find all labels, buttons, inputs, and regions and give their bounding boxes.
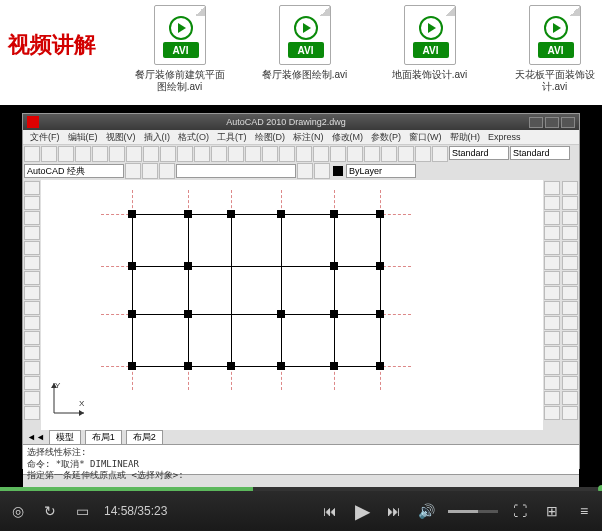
tool-button[interactable] <box>544 316 560 330</box>
tool-button[interactable] <box>544 271 560 285</box>
menu-modify[interactable]: 修改(M) <box>329 131 367 144</box>
tool-button[interactable] <box>562 271 578 285</box>
toolbar-button[interactable] <box>92 146 108 162</box>
tool-button[interactable] <box>562 391 578 405</box>
fullscreen-button[interactable]: ⛶ <box>510 501 530 521</box>
menu-insert[interactable]: 插入(I) <box>141 131 174 144</box>
menu-edit[interactable]: 编辑(E) <box>65 131 101 144</box>
toolbar-button[interactable] <box>313 146 329 162</box>
tool-button[interactable] <box>24 271 40 285</box>
close-button[interactable] <box>561 117 575 128</box>
menu-format[interactable]: 格式(O) <box>175 131 212 144</box>
tool-button[interactable] <box>544 406 560 420</box>
tool-button[interactable] <box>562 226 578 240</box>
tool-button[interactable] <box>24 211 40 225</box>
workspace-dropdown[interactable] <box>24 164 124 178</box>
volume-icon[interactable]: 🔊 <box>416 501 436 521</box>
prev-button[interactable]: ⏮ <box>320 501 340 521</box>
stop-button[interactable]: ◎ <box>8 501 28 521</box>
layer-dropdown[interactable] <box>176 164 296 178</box>
color-dropdown[interactable] <box>346 164 416 178</box>
tool-button[interactable] <box>544 376 560 390</box>
tool-button[interactable] <box>544 346 560 360</box>
tool-button[interactable] <box>544 196 560 210</box>
tool-button[interactable] <box>562 376 578 390</box>
tool-button[interactable] <box>24 406 40 420</box>
menu-param[interactable]: 参数(P) <box>368 131 404 144</box>
tool-button[interactable] <box>562 361 578 375</box>
tool-button[interactable] <box>24 361 40 375</box>
tool-button[interactable] <box>24 316 40 330</box>
tab-layout2[interactable]: 布局2 <box>126 430 163 445</box>
toolbar-button[interactable] <box>159 163 175 179</box>
tool-button[interactable] <box>544 391 560 405</box>
menu-express[interactable]: Express <box>485 132 524 142</box>
tool-button[interactable] <box>24 226 40 240</box>
toolbar-button[interactable] <box>160 146 176 162</box>
toolbar-button[interactable] <box>398 146 414 162</box>
toolbar-button[interactable] <box>24 146 40 162</box>
more-button[interactable]: ≡ <box>574 501 594 521</box>
play-button[interactable]: ▶ <box>352 501 372 521</box>
color-swatch[interactable] <box>333 166 343 176</box>
next-button[interactable]: ⏭ <box>384 501 404 521</box>
toolbar-button[interactable] <box>143 146 159 162</box>
toolbar-button[interactable] <box>364 146 380 162</box>
toolbar-button[interactable] <box>41 146 57 162</box>
tool-button[interactable] <box>562 181 578 195</box>
toolbar-button[interactable] <box>109 146 125 162</box>
tool-button[interactable] <box>24 256 40 270</box>
drawing-canvas[interactable]: Y X <box>41 180 543 430</box>
tool-button[interactable] <box>562 406 578 420</box>
toolbar-button[interactable] <box>228 146 244 162</box>
maximize-button[interactable] <box>545 117 559 128</box>
toolbar-button[interactable] <box>177 146 193 162</box>
tool-button[interactable] <box>544 301 560 315</box>
tool-button[interactable] <box>562 301 578 315</box>
menu-tools[interactable]: 工具(T) <box>214 131 250 144</box>
tool-button[interactable] <box>24 376 40 390</box>
toolbar-button[interactable] <box>347 146 363 162</box>
tool-button[interactable] <box>24 241 40 255</box>
menu-help[interactable]: 帮助(H) <box>447 131 484 144</box>
tool-button[interactable] <box>562 196 578 210</box>
toolbar-button[interactable] <box>211 146 227 162</box>
toolbar-button[interactable] <box>297 163 313 179</box>
file-item[interactable]: AVI 餐厅装修图绘制.avi <box>257 5 352 100</box>
tool-button[interactable] <box>544 286 560 300</box>
tool-button[interactable] <box>544 226 560 240</box>
menu-window[interactable]: 窗口(W) <box>406 131 445 144</box>
toolbar-button[interactable] <box>194 146 210 162</box>
repeat-button[interactable]: ↻ <box>40 501 60 521</box>
toolbar-button[interactable] <box>330 146 346 162</box>
toolbar-button[interactable] <box>262 146 278 162</box>
tool-button[interactable] <box>24 391 40 405</box>
toolbar-button[interactable] <box>381 146 397 162</box>
settings-button[interactable]: ⊞ <box>542 501 562 521</box>
tool-button[interactable] <box>544 181 560 195</box>
style-dropdown[interactable] <box>510 146 570 160</box>
toolbar-button[interactable] <box>75 146 91 162</box>
tool-button[interactable] <box>544 331 560 345</box>
tool-button[interactable] <box>24 331 40 345</box>
volume-slider[interactable] <box>448 510 498 513</box>
tab-layout1[interactable]: 布局1 <box>85 430 122 445</box>
style-dropdown[interactable] <box>449 146 509 160</box>
minimize-button[interactable] <box>529 117 543 128</box>
tool-button[interactable] <box>544 211 560 225</box>
tool-button[interactable] <box>562 211 578 225</box>
menu-draw[interactable]: 绘图(D) <box>252 131 289 144</box>
tool-button[interactable] <box>562 316 578 330</box>
tool-button[interactable] <box>24 286 40 300</box>
toolbar-button[interactable] <box>314 163 330 179</box>
tool-button[interactable] <box>562 256 578 270</box>
command-line[interactable]: 选择线性标注: 命令: *取消* DIMLINEAR 指定第一条延伸线原点或 <… <box>23 444 579 474</box>
tool-button[interactable] <box>24 346 40 360</box>
toolbar-button[interactable] <box>126 146 142 162</box>
toolbar-button[interactable] <box>58 146 74 162</box>
file-item[interactable]: AVI 地面装饰设计.avi <box>382 5 477 100</box>
toolbar-button[interactable] <box>125 163 141 179</box>
toolbar-button[interactable] <box>296 146 312 162</box>
toolbar-button[interactable] <box>279 146 295 162</box>
menu-view[interactable]: 视图(V) <box>103 131 139 144</box>
